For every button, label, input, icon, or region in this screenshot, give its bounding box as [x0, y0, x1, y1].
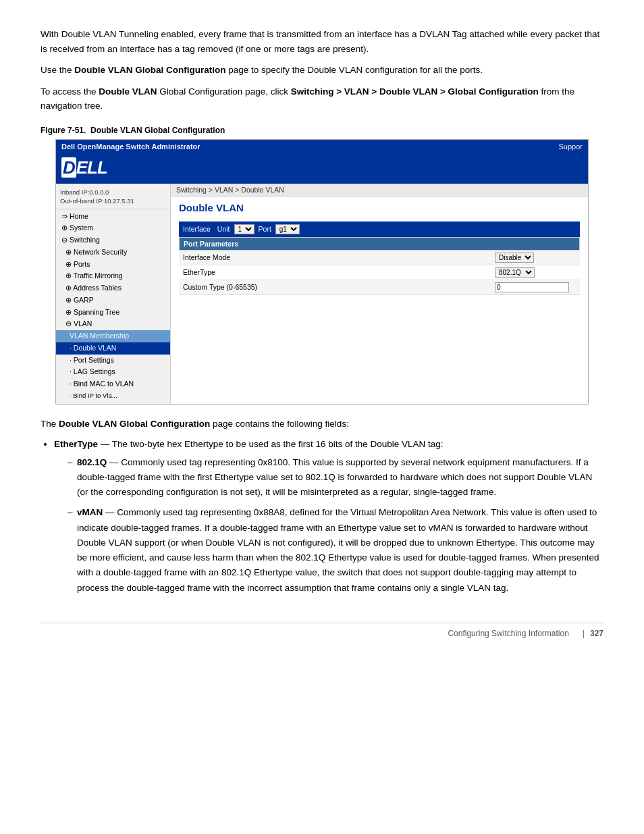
sidebar-item-network-security[interactable]: ⊕ Network Security	[56, 246, 170, 259]
interface-mode-row: Interface Mode Disable Enable	[179, 251, 580, 265]
ether-type-select[interactable]: 802.1Q vMAN Custom	[495, 267, 535, 278]
sidebar-item-ports[interactable]: ⊕ Ports	[56, 259, 170, 271]
sidebar-item-vlan[interactable]: ⊖ VLAN	[56, 318, 170, 330]
sidebar-item-garp[interactable]: ⊕ GARP	[56, 294, 170, 307]
sidebar-item-bind-mac[interactable]: · Bind MAC to VLAN	[56, 378, 170, 390]
interface-label: Interface	[183, 225, 211, 233]
ui-sidebar: Inband IP:0.0.0.0 Out-of-band IP:10.27.5…	[56, 184, 171, 404]
sidebar-item-traffic-mirroring[interactable]: ⊕ Traffic Mirroring	[56, 270, 170, 282]
sub-bullet-vman: vMAN — Commonly used tag representing 0x…	[68, 505, 603, 596]
ui-logo-bar: DELL	[56, 153, 588, 184]
custom-type-input[interactable]	[495, 282, 569, 292]
interface-mode-select[interactable]: Disable Enable	[495, 253, 534, 263]
sidebar-item-spanning-tree[interactable]: ⊕ Spanning Tree	[56, 307, 170, 319]
ui-page-title: Double VLAN	[179, 202, 580, 213]
sub-bullet-list: 802.1Q — Commonly used tag representing …	[68, 455, 603, 596]
sidebar-item-double-vlan[interactable]: · Double VLAN	[56, 342, 170, 355]
ui-header-support: Suppor	[559, 142, 583, 151]
unit-select[interactable]: 1	[234, 224, 254, 234]
ui-main: Switching > VLAN > Double VLAN Double VL…	[171, 184, 588, 404]
ui-header-title: Dell OpenManage Switch Administrator	[61, 142, 200, 151]
intro-para3: To access the Double VLAN Global Configu…	[41, 84, 603, 113]
sidebar-item-address-tables[interactable]: ⊕ Address Tables	[56, 282, 170, 294]
body-intro-text: The Double VLAN Global Configuration pag…	[41, 417, 603, 432]
ether-type-value: 802.1Q vMAN Custom	[495, 267, 576, 278]
sidebar-item-lag-settings[interactable]: · LAG Settings	[56, 366, 170, 378]
figure-label: Figure 7-51. Double VLAN Global Configur…	[41, 126, 603, 135]
ether-type-label: EtherType	[183, 268, 495, 276]
intro-para2: Use the Double VLAN Global Configuration…	[41, 63, 603, 78]
custom-type-value	[495, 282, 576, 292]
ip-info: Inband IP:0.0.0.0 Out-of-band IP:10.27.5…	[56, 186, 170, 209]
sidebar-item-home[interactable]: ⇒ Home	[56, 211, 170, 223]
footer-page-number: 327	[590, 629, 603, 638]
custom-type-row: Custom Type (0-65535)	[179, 280, 580, 295]
ui-screenshot: Dell OpenManage Switch Administrator Sup…	[55, 139, 589, 405]
ui-body: Inband IP:0.0.0.0 Out-of-band IP:10.27.5…	[56, 184, 588, 404]
page-container: With Double VLAN Tunneling enabled, ever…	[0, 0, 644, 665]
interface-mode-value: Disable Enable	[495, 253, 576, 263]
port-select[interactable]: g1	[275, 224, 300, 234]
ether-type-row: EtherType 802.1Q vMAN Custom	[179, 265, 580, 280]
ui-header-bar: Dell OpenManage Switch Administrator Sup…	[56, 140, 588, 153]
sidebar-item-bind-ip[interactable]: · Bind IP to Vla...	[56, 390, 170, 401]
sidebar-item-system[interactable]: ⊕ System	[56, 222, 170, 234]
sub-bullet-8021q: 802.1Q — Commonly used tag representing …	[68, 455, 603, 500]
dell-logo: DELL	[61, 157, 107, 178]
footer-separator: |	[583, 629, 585, 638]
interface-mode-label: Interface Mode	[183, 253, 495, 261]
interface-row: Interface Unit 1 Port g1	[179, 221, 580, 237]
footer-text: Configuring Switching Information	[448, 629, 568, 638]
bullet-list: EtherType — The two-byte hex Ethertype t…	[54, 437, 603, 596]
sidebar-item-port-settings[interactable]: · Port Settings	[56, 355, 170, 367]
sidebar-item-vlan-membership[interactable]: VLAN Membership	[56, 330, 170, 342]
ui-content: Double VLAN Interface Unit 1 Port g1	[171, 197, 588, 301]
port-params-header: Port Parameters	[179, 237, 580, 251]
intro-para1: With Double VLAN Tunneling enabled, ever…	[41, 27, 603, 56]
sidebar-item-switching[interactable]: ⊖ Switching	[56, 234, 170, 246]
bullet-ethertype: EtherType — The two-byte hex Ethertype t…	[54, 437, 603, 596]
page-footer: Configuring Switching Information | 327	[41, 623, 603, 638]
ui-breadcrumb: Switching > VLAN > Double VLAN	[171, 184, 588, 197]
custom-type-label: Custom Type (0-65535)	[183, 283, 495, 291]
